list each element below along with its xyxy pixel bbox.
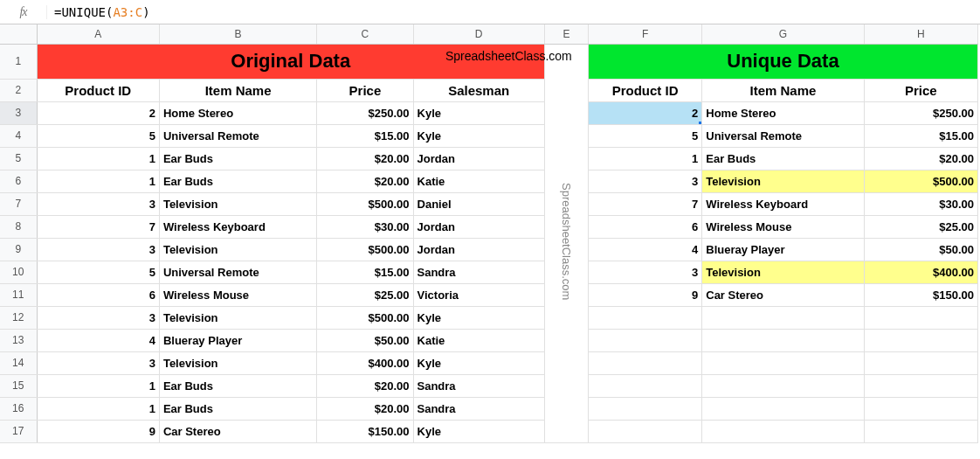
row-header-17[interactable]: 17 [0, 420, 37, 442]
cell-B15[interactable]: Ear Buds [159, 374, 316, 397]
cell-G17[interactable] [702, 420, 864, 442]
cell-G3[interactable]: Home Stereo [702, 101, 864, 124]
row-header-12[interactable]: 12 [0, 306, 37, 329]
cell-G4[interactable]: Universal Remote [702, 124, 864, 147]
cell-B16[interactable]: Ear Buds [159, 397, 316, 420]
cell-B13[interactable]: Blueray Player [159, 329, 316, 351]
cell-F17[interactable] [588, 420, 701, 442]
cell-D15[interactable]: Sandra [413, 374, 544, 397]
cell-H17[interactable] [864, 420, 977, 442]
cell-A12[interactable]: 3 [37, 306, 159, 329]
cell-C9[interactable]: $500.00 [317, 238, 413, 261]
row-header-16[interactable]: 16 [0, 397, 37, 420]
cell-F4[interactable]: 5 [588, 124, 701, 147]
cell-H15[interactable] [864, 374, 977, 397]
cell-G5[interactable]: Ear Buds [702, 147, 864, 170]
cell-F7[interactable]: 7 [588, 192, 701, 215]
cell-A16[interactable]: 1 [37, 397, 159, 420]
cell-B14[interactable]: Television [159, 351, 316, 374]
row-header-11[interactable]: 11 [0, 283, 37, 306]
row-header-5[interactable]: 5 [0, 147, 37, 170]
cell-F16[interactable] [588, 397, 701, 420]
row-header-6[interactable]: 6 [0, 170, 37, 192]
cell-H8[interactable]: $25.00 [864, 215, 977, 238]
cell-G16[interactable] [702, 397, 864, 420]
cell-A13[interactable]: 4 [37, 329, 159, 351]
col-header-G[interactable]: G [702, 24, 864, 44]
cell-D11[interactable]: Victoria [413, 283, 544, 306]
cell-A7[interactable]: 3 [37, 192, 159, 215]
cell-D13[interactable]: Katie [413, 329, 544, 351]
cell-C10[interactable]: $15.00 [317, 261, 413, 283]
cell-C3[interactable]: $250.00 [317, 101, 413, 124]
cell-D17[interactable]: Kyle [413, 420, 544, 442]
cell-A11[interactable]: 6 [37, 283, 159, 306]
cell-B8[interactable]: Wireless Keyboard [159, 215, 316, 238]
cell-C12[interactable]: $500.00 [317, 306, 413, 329]
cell-F15[interactable] [588, 374, 701, 397]
cell-H4[interactable]: $15.00 [864, 124, 977, 147]
cell-A5[interactable]: 1 [37, 147, 159, 170]
select-all-corner[interactable] [0, 24, 37, 44]
cell-B3[interactable]: Home Stereo [159, 101, 316, 124]
cell-D7[interactable]: Daniel [413, 192, 544, 215]
cell-F5[interactable]: 1 [588, 147, 701, 170]
cell-F10[interactable]: 3 [588, 261, 701, 283]
cell-F8[interactable]: 6 [588, 215, 701, 238]
cell-D10[interactable]: Sandra [413, 261, 544, 283]
cell-H7[interactable]: $30.00 [864, 192, 977, 215]
cell-C17[interactable]: $150.00 [317, 420, 413, 442]
cell-G12[interactable] [702, 306, 864, 329]
cell-H3[interactable]: $250.00 [864, 101, 977, 124]
cell-B11[interactable]: Wireless Mouse [159, 283, 316, 306]
cell-G7[interactable]: Wireless Keyboard [702, 192, 864, 215]
row-header-13[interactable]: 13 [0, 329, 37, 351]
cell-B9[interactable]: Television [159, 238, 316, 261]
formula-input[interactable]: =UNIQUE(A3:C) [47, 5, 980, 19]
row-header-3[interactable]: 3 [0, 101, 37, 124]
cell-H13[interactable] [864, 329, 977, 351]
cell-A6[interactable]: 1 [37, 170, 159, 192]
cell-A10[interactable]: 5 [37, 261, 159, 283]
cell-G6[interactable]: Television [702, 170, 864, 192]
cell-G14[interactable] [702, 351, 864, 374]
cell-H11[interactable]: $150.00 [864, 283, 977, 306]
cell-B17[interactable]: Car Stereo [159, 420, 316, 442]
cell-C5[interactable]: $20.00 [317, 147, 413, 170]
cell-F11[interactable]: 9 [588, 283, 701, 306]
cell-C11[interactable]: $25.00 [317, 283, 413, 306]
cell-A9[interactable]: 3 [37, 238, 159, 261]
cell-B4[interactable]: Universal Remote [159, 124, 316, 147]
cell-D3[interactable]: Kyle [413, 101, 544, 124]
col-header-B[interactable]: B [159, 24, 316, 44]
cell-D4[interactable]: Kyle [413, 124, 544, 147]
cell-C13[interactable]: $50.00 [317, 329, 413, 351]
cell-C15[interactable]: $20.00 [317, 374, 413, 397]
cell-D5[interactable]: Jordan [413, 147, 544, 170]
cell-B6[interactable]: Ear Buds [159, 170, 316, 192]
row-header-15[interactable]: 15 [0, 374, 37, 397]
cell-B12[interactable]: Television [159, 306, 316, 329]
cell-B7[interactable]: Television [159, 192, 316, 215]
cell-H14[interactable] [864, 351, 977, 374]
cell-A17[interactable]: 9 [37, 420, 159, 442]
row-header-4[interactable]: 4 [0, 124, 37, 147]
row-header-10[interactable]: 10 [0, 261, 37, 283]
cell-D8[interactable]: Jordan [413, 215, 544, 238]
cell-F9[interactable]: 4 [588, 238, 701, 261]
row-header-2[interactable]: 2 [0, 79, 37, 101]
cell-C7[interactable]: $500.00 [317, 192, 413, 215]
cell-H6[interactable]: $500.00 [864, 170, 977, 192]
col-header-F[interactable]: F [588, 24, 701, 44]
cell-D6[interactable]: Katie [413, 170, 544, 192]
row-header-9[interactable]: 9 [0, 238, 37, 261]
cell-C4[interactable]: $15.00 [317, 124, 413, 147]
cell-G10[interactable]: Television [702, 261, 864, 283]
cell-A4[interactable]: 5 [37, 124, 159, 147]
cell-G11[interactable]: Car Stereo [702, 283, 864, 306]
col-header-E[interactable]: E [544, 24, 588, 44]
cell-G8[interactable]: Wireless Mouse [702, 215, 864, 238]
cell-B5[interactable]: Ear Buds [159, 147, 316, 170]
cell-C16[interactable]: $20.00 [317, 397, 413, 420]
cell-G9[interactable]: Blueray Player [702, 238, 864, 261]
